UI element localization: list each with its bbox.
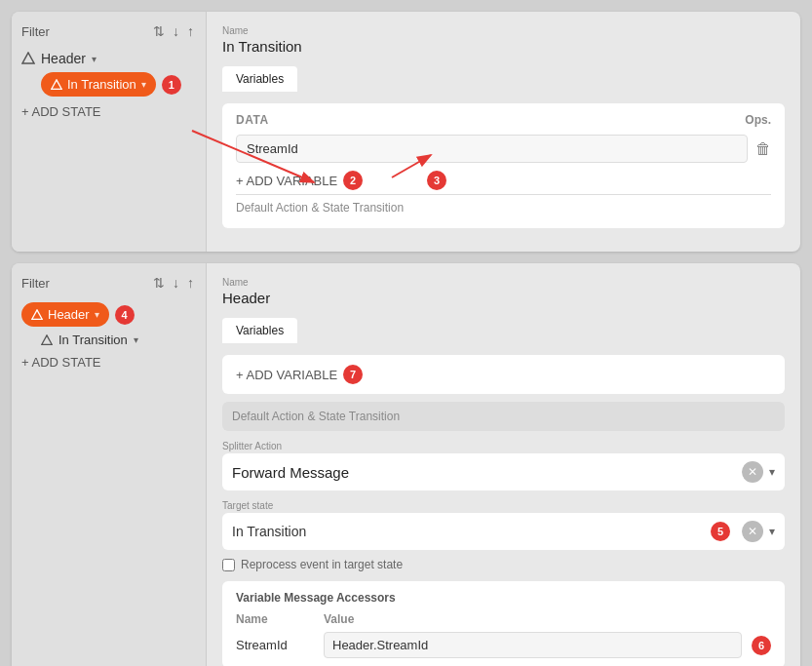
- filter-up-icon[interactable]: ↑: [185, 21, 196, 41]
- filter-bar-2: Filter ⇅ ↓ ↑: [21, 273, 196, 293]
- var-value-input[interactable]: [324, 632, 742, 658]
- var-value-col: Value: [324, 612, 771, 626]
- tab-row-2: Variables: [222, 318, 785, 343]
- header-dropdown-icon: ▾: [92, 54, 97, 64]
- add-variable-btn-2[interactable]: + ADD VARIABLE: [236, 366, 337, 384]
- tab-row-1: Variables: [222, 66, 785, 92]
- in-transition-dropdown-2: ▾: [134, 334, 138, 345]
- add-state-label-1: + ADD STATE: [21, 104, 101, 119]
- add-variable-label-1: + ADD VARIABLE: [236, 174, 337, 188]
- sidebar-1: Filter ⇅ ↓ ↑ Header ▾ I: [12, 12, 207, 252]
- svg-marker-2: [32, 309, 42, 318]
- header-state-item: Header ▾: [21, 51, 196, 66]
- stream-id-row: 🗑: [236, 135, 771, 163]
- splitter-clear-btn[interactable]: ✕: [742, 461, 763, 483]
- var-name-cell: StreamId: [236, 638, 314, 652]
- default-action-card-2: Default Action & State Transition: [222, 402, 785, 431]
- add-state-btn-1[interactable]: + ADD STATE: [21, 104, 196, 119]
- badge-5: 5: [711, 522, 730, 541]
- data-header-row: Data Ops.: [236, 113, 771, 127]
- add-state-btn-2[interactable]: + ADD STATE: [21, 355, 196, 370]
- target-state-label: Target state: [222, 500, 785, 511]
- default-action-label-2: Default Action & State Transition: [232, 410, 775, 423]
- panel-1: Filter ⇅ ↓ ↑ Header ▾ I: [12, 12, 800, 252]
- badge-6: 6: [752, 636, 771, 655]
- filter-icons-1: ⇅ ↓ ↑: [151, 21, 196, 41]
- in-transition-item-2: In Transition ▾: [41, 333, 196, 347]
- filter-arrows-icon[interactable]: ↓: [171, 21, 181, 41]
- add-state-label-2: + ADD STATE: [21, 355, 101, 370]
- target-clear-btn[interactable]: ✕: [742, 521, 763, 542]
- var-accessors-card: Variable Message Accessors Name Value St…: [222, 581, 785, 666]
- var-col-headers: Name Value: [236, 612, 771, 626]
- add-variable-label-2: + ADD VARIABLE: [236, 368, 337, 382]
- reprocess-label: Reprocess event in target state: [241, 558, 403, 571]
- in-transition-chip[interactable]: In Transition ▾: [41, 72, 156, 97]
- filter-label-2: Filter: [21, 276, 145, 291]
- var-accessors-label: Variable Message Accessors: [236, 591, 771, 605]
- variables-card-1: Data Ops. 🗑 + ADD VARIABLE 2 3 Default A…: [222, 103, 785, 228]
- splitter-action-label: Splitter Action: [222, 441, 785, 451]
- stream-id-input[interactable]: [236, 135, 748, 163]
- in-transition-icon-2: [41, 334, 53, 346]
- default-action-label-1: Default Action & State Transition: [236, 194, 771, 218]
- filter-label-1: Filter: [21, 24, 145, 39]
- filter-bar-1: Filter ⇅ ↓ ↑: [21, 21, 196, 41]
- header-chip-label-2: Header: [48, 307, 90, 322]
- chip-dropdown-icon: ▾: [141, 79, 146, 90]
- name-field-2: Name Header: [222, 277, 785, 306]
- header-triangle-icon: [21, 52, 35, 65]
- splitter-dropdown-btn[interactable]: ▾: [769, 465, 775, 479]
- badge-7: 7: [343, 365, 363, 384]
- delete-icon-1[interactable]: 🗑: [755, 140, 771, 158]
- svg-marker-3: [42, 334, 52, 343]
- header-icon-2: [31, 309, 43, 321]
- splitter-section: Splitter Action Forward Message ✕ ▾: [222, 441, 785, 490]
- filter-icons-2: ⇅ ↓ ↑: [151, 273, 196, 293]
- reprocess-checkbox[interactable]: [222, 559, 235, 571]
- var-row-1: StreamId 6: [236, 632, 771, 658]
- badge-1: 1: [162, 75, 181, 95]
- badge-2: 2: [343, 171, 363, 190]
- badge-4: 4: [115, 305, 135, 325]
- add-variable-btn-1[interactable]: + ADD VARIABLE: [236, 172, 337, 190]
- header-label: Header: [41, 51, 86, 66]
- target-state-section: Target state In Transition 5 ✕ ▾: [222, 500, 785, 550]
- filter-sort-icon-2[interactable]: ⇅: [151, 273, 167, 293]
- tab-variables-1[interactable]: Variables: [222, 66, 297, 92]
- splitter-action-field: Forward Message ✕ ▾: [222, 453, 785, 490]
- in-transition-label: In Transition: [67, 77, 136, 92]
- splitter-action-value: Forward Message: [232, 464, 736, 481]
- target-state-field: In Transition 5 ✕ ▾: [222, 513, 785, 550]
- svg-marker-1: [52, 79, 61, 88]
- name-field-1: Name In Transition: [222, 25, 785, 55]
- svg-marker-0: [22, 53, 34, 63]
- reprocess-row: Reprocess event in target state: [222, 558, 785, 571]
- name-value-1: In Transition: [222, 38, 785, 55]
- header-chip-dropdown-2: ▾: [95, 309, 99, 320]
- ops-col-label: Ops.: [745, 113, 771, 127]
- main-content-2: Name Header Variables + ADD VARIABLE 7 D…: [207, 263, 800, 666]
- header-chip-2[interactable]: Header ▾: [21, 302, 109, 327]
- filter-up-icon-2[interactable]: ↑: [185, 273, 196, 293]
- variables-card-2: + ADD VARIABLE 7: [222, 355, 785, 394]
- badge-3: 3: [427, 171, 446, 190]
- in-transition-state-item: In Transition ▾ 1: [41, 72, 196, 97]
- panel-2: Filter ⇅ ↓ ↑ Header ▾ 4: [12, 263, 800, 666]
- filter-sort-icon[interactable]: ⇅: [151, 21, 167, 41]
- tab-variables-2[interactable]: Variables: [222, 318, 297, 343]
- name-label-2: Name: [222, 277, 785, 288]
- in-transition-label-2: In Transition: [58, 333, 128, 347]
- target-state-value: In Transition: [232, 524, 705, 539]
- name-label-1: Name: [222, 25, 785, 36]
- in-transition-icon: [51, 79, 62, 91]
- main-content-1: Name In Transition Variables Data Ops. 🗑…: [207, 12, 800, 252]
- data-col-label: Data: [236, 113, 269, 127]
- header-state-item-2: Header ▾ 4: [21, 302, 196, 327]
- sidebar-2: Filter ⇅ ↓ ↑ Header ▾ 4: [12, 263, 207, 666]
- target-dropdown-btn[interactable]: ▾: [769, 525, 775, 538]
- var-name-col: Name: [236, 612, 314, 626]
- filter-down-icon-2[interactable]: ↓: [171, 273, 181, 293]
- name-value-2: Header: [222, 290, 785, 306]
